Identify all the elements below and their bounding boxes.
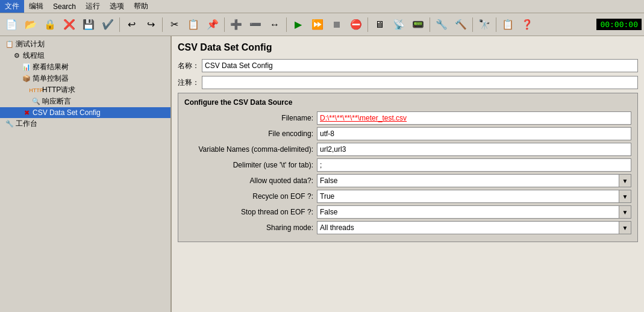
menu-edit[interactable]: 编辑 [24, 0, 48, 13]
name-label: 名称： [178, 61, 199, 71]
sep6 [430, 17, 430, 32]
help-btn[interactable]: ❓ [518, 16, 536, 34]
allow-quoted-select[interactable]: False True [317, 174, 619, 187]
remove-btn[interactable]: ➖ [246, 16, 264, 34]
panel-title: CSV Data Set Config [178, 42, 638, 53]
sep8 [496, 17, 496, 32]
menu-help[interactable]: 帮助 [129, 0, 153, 13]
sharing-mode-wrapper: All threads Current thread group Current… [317, 221, 631, 234]
variable-names-input[interactable] [317, 143, 631, 156]
func2-btn[interactable]: 🔨 [452, 16, 470, 34]
allow-quoted-arrow[interactable]: ▼ [619, 174, 631, 187]
tree-panel: 📋 测试计划 ⚙ 线程组 📊 察看结果树 📦 简单控制器 HTTP HTTP请求… [0, 36, 172, 312]
tree-item-label: CSV Data Set Config [33, 108, 101, 117]
file-encoding-row: File encoding: [184, 127, 631, 140]
toolbar: 📄 📂 🔒 ❌ 💾 ✔️ ↩ ↪ ✂ 📋 📌 ➕ ➖ ↔ ▶ ⏩ ⏹ ⛔ 🖥 📡… [0, 13, 644, 36]
comment-input[interactable] [202, 76, 638, 89]
stop-eof-row: Stop thread on EOF ?: False True ▼ [184, 205, 631, 219]
new-btn[interactable]: 📄 [2, 16, 20, 34]
filename-label: Filename: [184, 114, 317, 122]
filename-row: Filename: D:\**\**\**\**\meter_test.csv [184, 111, 631, 125]
open-btn[interactable]: 📂 [22, 16, 40, 34]
save-as-btn[interactable]: 🔒 [41, 16, 59, 34]
name-row: 名称： [178, 59, 638, 72]
paste-btn[interactable]: 📌 [204, 16, 222, 34]
stop-eof-label: Stop thread on EOF ?: [184, 208, 317, 216]
move-btn[interactable]: ↔ [266, 16, 284, 34]
search-icon-btn[interactable]: 🔭 [475, 16, 493, 34]
stop-eof-select[interactable]: False True [317, 205, 619, 219]
allow-quoted-wrapper: False True ▼ [317, 174, 631, 187]
recycle-eof-arrow[interactable]: ▼ [619, 190, 631, 203]
tree-item-label: HTTP请求 [42, 85, 75, 95]
tree-item-simple-ctrl[interactable]: 📦 简单控制器 [0, 73, 170, 84]
cut-btn[interactable]: ✂ [165, 16, 183, 34]
http-req-icon: HTTP [31, 86, 41, 95]
variable-names-row: Variable Names (comma-delimited): [184, 143, 631, 156]
delimiter-label: Delimiter (use '\t' for tab): [184, 161, 317, 169]
group-title: Configure the CSV Data Source [184, 98, 631, 107]
allow-quoted-label: Allow quoted data?: [184, 176, 317, 185]
check-btn[interactable]: ✔️ [99, 16, 117, 34]
remote-start-all-btn[interactable]: 📡 [390, 16, 408, 34]
sep1 [119, 17, 120, 32]
name-input[interactable] [202, 59, 638, 72]
allow-quoted-row: Allow quoted data?: False True ▼ [184, 174, 631, 187]
stop-btn[interactable]: ⏹ [328, 16, 346, 34]
delimiter-input[interactable] [317, 158, 631, 172]
redo-btn[interactable]: ↪ [142, 16, 160, 34]
menu-search[interactable]: Search [48, 1, 81, 12]
tree-item-label: 响应断言 [42, 96, 71, 107]
comment-label: 注释： [178, 78, 199, 88]
tree-item-csv-config[interactable]: ✖ CSV Data Set Config [0, 107, 170, 118]
delimiter-row: Delimiter (use '\t' for tab): [184, 158, 631, 172]
shutdown-btn[interactable]: ⛔ [347, 16, 365, 34]
recycle-eof-select[interactable]: True False [317, 190, 619, 203]
sharing-mode-row: Sharing mode: All threads Current thread… [184, 221, 631, 234]
tree-item-label: 测试计划 [16, 39, 45, 49]
recycle-eof-row: Recycle on EOF ?: True False ▼ [184, 190, 631, 203]
remote-start-btn[interactable]: 🖥 [370, 16, 389, 34]
remote-stop-btn[interactable]: 📟 [409, 16, 427, 34]
add-btn[interactable]: ➕ [227, 16, 245, 34]
sharing-mode-arrow[interactable]: ▼ [619, 221, 631, 234]
tree-item-workbench[interactable]: 🔧 工作台 [0, 118, 170, 129]
menu-run[interactable]: 运行 [81, 0, 105, 13]
tree-item-http-req[interactable]: HTTP HTTP请求 [0, 84, 170, 96]
stop-eof-arrow[interactable]: ▼ [619, 205, 631, 219]
recycle-eof-wrapper: True False ▼ [317, 190, 631, 203]
content-panel: CSV Data Set Config 名称： 注释： Configure th… [172, 36, 644, 312]
tree-item-result-tree[interactable]: 📊 察看结果树 [0, 61, 170, 73]
recycle-eof-label: Recycle on EOF ?: [184, 192, 317, 201]
save-btn[interactable]: 💾 [80, 16, 98, 34]
csv-config-icon: ✖ [22, 108, 31, 117]
csv-config-group: Configure the CSV Data Source Filename: … [178, 93, 638, 242]
sharing-mode-select[interactable]: All threads Current thread group Current… [317, 221, 619, 234]
play-no-pause-btn[interactable]: ⏩ [308, 16, 327, 34]
sharing-mode-label: Sharing mode: [184, 223, 317, 232]
filename-highlight: D:\**\**\**\**\meter_test.csv [320, 114, 407, 122]
test-plan-icon: 📋 [5, 40, 14, 49]
undo-btn[interactable]: ↩ [122, 16, 140, 34]
comment-row: 注释： [178, 76, 638, 89]
tree-item-resp-assert[interactable]: 🔍 响应断言 [0, 96, 170, 107]
play-btn[interactable]: ▶ [289, 16, 307, 34]
main-layout: 📋 测试计划 ⚙ 线程组 📊 察看结果树 📦 简单控制器 HTTP HTTP请求… [0, 36, 644, 312]
tree-item-thread-group[interactable]: ⚙ 线程组 [0, 50, 170, 61]
close-btn[interactable]: ❌ [60, 16, 78, 34]
tree-item-label: 线程组 [23, 51, 45, 61]
tree-item-test-plan[interactable]: 📋 测试计划 [0, 39, 170, 50]
copy-btn[interactable]: 📋 [184, 16, 202, 34]
menu-file[interactable]: 文件 [0, 0, 24, 13]
menu-options[interactable]: 选项 [105, 0, 129, 13]
workbench-icon: 🔧 [5, 119, 14, 129]
resp-assert-icon: 🔍 [31, 97, 41, 107]
tree-item-label: 工作台 [16, 119, 37, 129]
func1-btn[interactable]: 🔧 [433, 16, 451, 34]
file-encoding-input[interactable] [317, 127, 631, 140]
sep5 [367, 17, 368, 32]
menubar: 文件 编辑 Search 运行 选项 帮助 [0, 0, 644, 13]
thread-group-icon: ⚙ [12, 51, 22, 61]
list-btn[interactable]: 📋 [499, 16, 517, 34]
result-tree-icon: 📊 [22, 63, 31, 72]
